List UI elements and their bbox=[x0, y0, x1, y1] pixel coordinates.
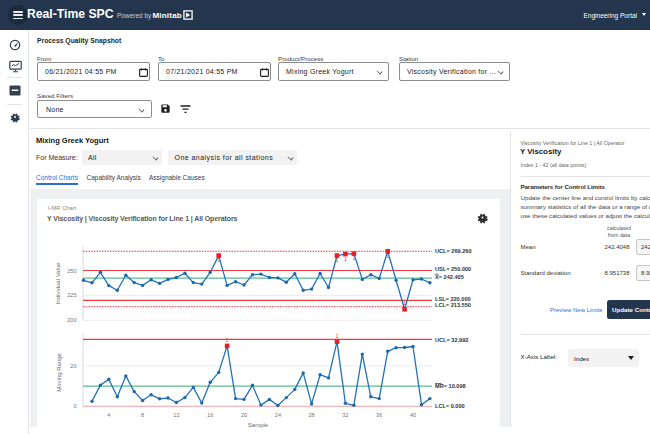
svg-text:12: 12 bbox=[173, 412, 179, 418]
svg-text:LSL= 220.000: LSL= 220.000 bbox=[435, 296, 471, 302]
svg-text:36: 36 bbox=[376, 412, 382, 418]
svg-text:0: 0 bbox=[73, 403, 76, 409]
svg-text:1: 1 bbox=[336, 334, 339, 339]
svg-text:4: 4 bbox=[107, 412, 110, 418]
svg-text:Sample: Sample bbox=[248, 422, 269, 428]
svg-text:USL= 250.000: USL= 250.000 bbox=[435, 266, 471, 272]
svg-text:24: 24 bbox=[275, 412, 281, 418]
svg-text:Moving Range: Moving Range bbox=[56, 352, 62, 391]
svg-text:16: 16 bbox=[207, 412, 213, 418]
svg-text:1: 1 bbox=[336, 258, 339, 263]
svg-text:LCL= 213.550: LCL= 213.550 bbox=[435, 302, 471, 308]
svg-text:UCL= 32.992: UCL= 32.992 bbox=[435, 337, 468, 343]
svg-text:LCL= 0.000: LCL= 0.000 bbox=[435, 403, 465, 409]
svg-text:X= 242.405: X= 242.405 bbox=[435, 274, 464, 280]
svg-text:1: 1 bbox=[344, 257, 347, 262]
svg-text:225: 225 bbox=[67, 292, 76, 298]
svg-text:UCL= 269.260: UCL= 269.260 bbox=[435, 248, 472, 254]
svg-text:20: 20 bbox=[70, 363, 76, 369]
svg-text:32: 32 bbox=[342, 412, 348, 418]
svg-text:28: 28 bbox=[308, 412, 314, 418]
svg-text:250: 250 bbox=[67, 268, 76, 274]
svg-text:40: 40 bbox=[410, 412, 416, 418]
svg-text:8: 8 bbox=[141, 412, 144, 418]
svg-text:Individual Value: Individual Value bbox=[55, 262, 61, 305]
svg-text:200: 200 bbox=[67, 317, 76, 323]
svg-text:20: 20 bbox=[241, 412, 247, 418]
svg-text:MR= 10.098: MR= 10.098 bbox=[435, 383, 466, 389]
